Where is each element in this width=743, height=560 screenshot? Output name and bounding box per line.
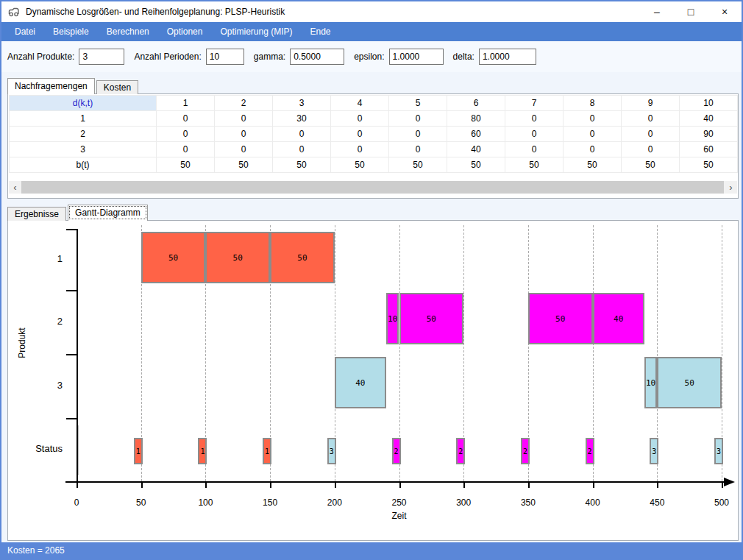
demand-tab-nachfragemengen[interactable]: Nachfragemengen [7,78,95,94]
table-cell[interactable]: 0 [389,127,447,142]
x-tick-label-250: 250 [383,497,416,508]
menu-item-ende[interactable]: Ende [302,22,340,41]
table-cell[interactable]: 40 [447,142,505,157]
table-cell[interactable]: 0 [389,111,447,127]
toolbar-input-anzahl-produkte[interactable] [79,49,124,65]
table-cell[interactable]: 30 [273,111,331,127]
x-tick [77,483,78,488]
table-cell[interactable]: 0 [564,111,622,127]
toolbar-input-epsilon[interactable] [389,49,444,65]
table-cell[interactable]: 0 [622,142,680,157]
scrollbar-thumb[interactable] [21,181,724,194]
demand-tab-kosten[interactable]: Kosten [96,80,138,94]
table-cell[interactable]: 0 [273,127,331,142]
result-tabstrip: ErgebnisseGantt-Diagramm [7,205,149,221]
x-tick [657,483,658,488]
result-tab-ergebnisse[interactable]: Ergebnisse [7,207,66,221]
table-row: 3000004000060 [10,142,738,157]
toolbar-field-anzahl-produkte: Anzahl Produkte: [7,49,124,65]
column-header-8: 8 [564,96,622,111]
toolbar-input-delta[interactable] [479,49,536,65]
menu-item-optionen[interactable]: Optionen [158,22,212,41]
table-cell[interactable]: 0 [564,142,622,157]
table-hscrollbar[interactable]: ‹ › [9,181,737,194]
table-cell[interactable]: 0 [273,142,331,157]
column-header-5: 5 [389,96,447,111]
table-cell[interactable]: 50 [447,157,505,173]
table-cell[interactable]: 0 [622,127,680,142]
table-cell[interactable]: 40 [680,111,738,127]
status-text: Kosten = 2065 [7,545,65,556]
table-cell[interactable]: 0 [564,127,622,142]
gantt-bar-product-2: 10 [386,293,399,344]
table-cell[interactable]: 0 [215,111,273,127]
x-tick-label-400: 400 [577,497,609,508]
toolbar-input-gamma[interactable] [290,49,344,65]
scroll-left-arrow-icon[interactable]: ‹ [9,181,21,194]
table-cell[interactable]: 0 [505,111,564,127]
table-cell[interactable]: 50 [157,157,215,173]
demand-table: d(k,t)1234567891010030008000040200000600… [9,95,738,173]
status-mark-product-2: 2 [586,438,594,464]
table-cell[interactable]: 0 [389,142,447,157]
window-controls: –□× [640,1,742,22]
table-cell[interactable]: 90 [680,127,738,142]
table-cell[interactable]: 50 [680,157,738,173]
y-axis-title: Produkt [17,312,29,374]
table-cell[interactable]: 0 [331,127,389,142]
table-cell[interactable]: 0 [331,142,389,157]
y-axis [77,229,78,483]
table-cell[interactable]: 60 [447,127,505,142]
x-tick [463,483,465,488]
table-cell[interactable]: 50 [331,157,389,173]
table-cell[interactable]: 50 [564,157,622,173]
table-cell[interactable]: 50 [622,157,680,173]
table-cell[interactable]: 50 [389,157,447,173]
column-header-2: 2 [215,96,273,111]
x-tick [593,483,594,488]
table-cell[interactable]: 0 [157,127,215,142]
gantt-panel: 123Status050100150200250300350400450500Z… [7,220,739,541]
table-cell[interactable]: 50 [505,157,564,173]
row-header-b-t: b(t) [10,157,157,173]
status-mark-product-3: 3 [650,438,658,464]
menu-item-beispiele[interactable]: Beispiele [44,22,98,41]
scroll-right-arrow-icon[interactable]: › [725,181,737,194]
gantt-bar-product-2: 50 [528,293,593,344]
y-tick [66,290,77,291]
table-cell[interactable]: 0 [505,142,564,157]
parameter-toolbar: Anzahl Produkte:Anzahl Perioden:gamma:ep… [1,41,742,72]
table-cell[interactable]: 0 [215,127,273,142]
gantt-bar-product-1: 50 [205,232,270,283]
gantt-bar-product-3: 50 [657,357,722,408]
menu-item-datei[interactable]: Datei [6,22,44,41]
table-cell[interactable]: 80 [447,111,505,127]
x-tick-label-500: 500 [705,497,738,508]
x-tick [141,483,143,488]
table-cell[interactable]: 0 [505,127,564,142]
table-cell[interactable]: 0 [331,111,389,127]
table-cell[interactable]: 50 [215,157,273,173]
x-tick-label-450: 450 [641,497,673,508]
table-cell[interactable]: 50 [273,157,331,173]
menu-bar: DateiBeispieleBerechnenOptionenOptimieru… [1,22,742,41]
table-cell[interactable]: 60 [680,142,738,157]
minimize-button[interactable]: – [640,1,674,22]
x-tick [722,483,723,488]
x-tick-label-350: 350 [512,497,544,508]
table-cell[interactable]: 0 [622,111,680,127]
table-cell[interactable]: 0 [157,111,215,127]
table-row: 10030008000040 [10,111,738,127]
menu-item-berechnen[interactable]: Berechnen [98,22,158,41]
result-tab-gantt-diagramm[interactable]: Gantt-Diagramm [68,205,148,221]
column-header-10: 10 [680,96,738,111]
status-mark-product-1: 1 [198,438,207,464]
close-button[interactable]: × [708,1,742,22]
column-header-4: 4 [331,96,389,111]
menu-item-optimierung-mip[interactable]: Optimierung (MIP) [211,22,301,41]
y-tick [66,481,77,483]
maximize-button[interactable]: □ [674,1,708,22]
table-cell[interactable]: 0 [215,142,273,157]
table-cell[interactable]: 0 [157,142,215,157]
toolbar-input-anzahl-perioden[interactable] [206,49,244,65]
